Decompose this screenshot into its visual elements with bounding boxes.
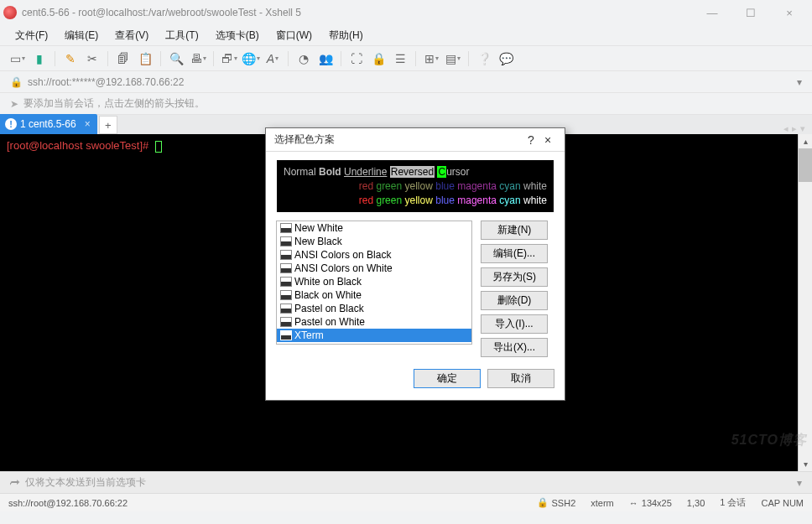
address-text[interactable]: ssh://root:******@192.168.70.66:22 — [28, 76, 184, 88]
send-icon[interactable]: ⮫ — [10, 477, 20, 489]
status-proto: SSH2 — [552, 498, 576, 508]
scheme-item-label: ANSI Colors on Black — [294, 249, 391, 261]
paste-icon[interactable]: 📋 — [136, 49, 154, 68]
status-lock-icon: 🔒 — [537, 497, 549, 508]
menu-help[interactable]: 帮助(H) — [322, 27, 370, 44]
menubar: 文件(F) 编辑(E) 查看(V) 工具(T) 选项卡(B) 窗口(W) 帮助(… — [0, 25, 812, 45]
new-session-icon[interactable]: ▭▾ — [8, 49, 27, 68]
scheme-item-label: White on Black — [294, 276, 362, 288]
copy-icon[interactable]: 🗐 — [114, 49, 133, 68]
new-tab-button[interactable]: + — [99, 116, 117, 134]
scheme-item-label: XTerm — [294, 329, 324, 341]
status-caps: CAP NUM — [761, 498, 804, 508]
properties-icon[interactable]: 🗗▾ — [220, 49, 238, 68]
send-dropdown-icon[interactable]: ▾ — [797, 477, 802, 489]
scroll-up-icon[interactable]: ▴ — [799, 134, 812, 148]
add-icon[interactable]: ▮ — [30, 49, 49, 68]
maximize-button[interactable]: ☐ — [731, 0, 770, 25]
toolbar: ▭▾ ▮ ✎ ✂ 🗐 📋 🔍 🖶▾ 🗗▾ 🌐▾ A▾ ◔ 👥 ⛶ 🔒 ☰ ⊞▾ … — [0, 45, 812, 70]
scheme-swatch-icon — [280, 263, 292, 273]
terminal-cursor — [155, 141, 162, 153]
disconnect-icon[interactable]: ✂ — [83, 49, 102, 68]
feedback-icon[interactable]: 💬 — [497, 49, 515, 68]
window-title: cent6.5-66 - root@localhost:/var/webroot… — [22, 7, 301, 18]
scheme-item-label: New White — [294, 222, 343, 234]
scheme-item[interactable]: ANSI Colors on White — [277, 262, 471, 275]
search-icon[interactable]: 🔍 — [167, 49, 185, 68]
status-sessions: 1 会话 — [720, 496, 746, 509]
terminal-prompt: [root@localhost swooleTest]# — [7, 139, 148, 152]
print-icon[interactable]: 🖶▾ — [189, 49, 207, 68]
scheme-item-label: Pastel on Black — [294, 303, 364, 314]
addtab-icon[interactable]: ⊞▾ — [422, 49, 440, 68]
hint-arrow-icon[interactable]: ➤ — [10, 98, 18, 110]
terminal-scrollbar[interactable]: ▴ ▾ — [798, 134, 812, 471]
app-icon — [3, 6, 17, 19]
scheme-item-label: Pastel on White — [294, 316, 365, 328]
status-bar: ssh://root@192.168.70.66:22 🔒SSH2 xterm … — [0, 493, 812, 511]
cancel-button[interactable]: 取消 — [487, 369, 554, 388]
scheme-item[interactable]: White on Black — [277, 275, 471, 288]
scheme-item[interactable]: New Black — [277, 235, 471, 248]
scheme-item[interactable]: Pastel on Black — [277, 302, 471, 315]
color-preview: Normal Bold Underline Reversed Cursor re… — [277, 160, 554, 212]
scheme-item-label: ANSI Colors on White — [294, 262, 393, 274]
tab-session-1[interactable]: ! 1 cent6.5-66 × — [0, 114, 97, 134]
menu-file[interactable]: 文件(F) — [8, 27, 55, 44]
delete-scheme-button[interactable]: 删除(D) — [481, 291, 548, 310]
hint-bar: ➤ 要添加当前会话，点击左侧的箭头按钮。 — [0, 92, 812, 114]
dialog-help-icon[interactable]: ? — [523, 133, 539, 147]
scheme-item[interactable]: XTerm — [277, 329, 471, 342]
edit-scheme-button[interactable]: 编辑(E)... — [481, 244, 548, 263]
tab-prev-icon[interactable]: ◂ — [783, 123, 789, 134]
status-term: xterm — [591, 498, 614, 508]
font-icon[interactable]: A▾ — [263, 49, 282, 68]
scheme-item[interactable]: New White — [277, 221, 471, 235]
menu-view[interactable]: 查看(V) — [108, 27, 155, 44]
tab-status-icon: ! — [5, 118, 17, 130]
scheme-swatch-icon — [280, 236, 292, 246]
bold-icon[interactable]: ☰ — [391, 49, 409, 68]
script-icon[interactable]: ◔ — [294, 49, 313, 68]
users-icon[interactable]: 👥 — [316, 49, 335, 68]
tab-list-icon[interactable]: ▾ — [800, 123, 805, 134]
titlebar: cent6.5-66 - root@localhost:/var/webroot… — [0, 0, 812, 25]
address-bar: 🔒 ssh://root:******@192.168.70.66:22 ▾ — [0, 70, 812, 92]
scheme-item-label: New Black — [294, 236, 342, 247]
help-icon[interactable]: ❔ — [475, 49, 493, 68]
menu-tabs[interactable]: 选项卡(B) — [209, 27, 266, 44]
menu-tools[interactable]: 工具(T) — [159, 27, 205, 44]
status-size: 134x25 — [642, 498, 672, 508]
tab-close-icon[interactable]: × — [85, 118, 91, 130]
send-label: 仅将文本发送到当前选项卡 — [25, 475, 146, 490]
reconnect-icon[interactable]: ✎ — [61, 49, 80, 68]
scheme-swatch-icon — [280, 223, 292, 233]
minimize-button[interactable]: — — [693, 0, 731, 25]
globe-icon[interactable]: 🌐▾ — [242, 49, 260, 68]
send-bar: ⮫ 仅将文本发送到当前选项卡 ▾ — [0, 471, 812, 493]
scheme-list[interactable]: New WhiteNew BlackANSI Colors on BlackAN… — [276, 220, 472, 345]
new-scheme-button[interactable]: 新建(N) — [481, 220, 548, 240]
scroll-down-icon[interactable]: ▾ — [799, 457, 812, 471]
tab-label: 1 cent6.5-66 — [20, 118, 76, 130]
lock-icon[interactable]: 🔒 — [369, 49, 388, 68]
export-scheme-button[interactable]: 导出(X)... — [481, 338, 548, 357]
layout-icon[interactable]: ▤▾ — [444, 49, 462, 68]
scheme-item[interactable]: ANSI Colors on Black — [277, 248, 471, 262]
close-window-button[interactable]: × — [770, 0, 809, 25]
scheme-item[interactable]: Black on White — [277, 288, 471, 302]
dialog-titlebar[interactable]: 选择配色方案 ? × — [266, 128, 565, 152]
address-dropdown-icon[interactable]: ▾ — [797, 76, 802, 88]
fullscreen-icon[interactable]: ⛶ — [347, 49, 366, 68]
scheme-item[interactable]: Pastel on White — [277, 315, 471, 329]
scheme-swatch-icon — [280, 304, 292, 314]
scheme-swatch-icon — [280, 330, 292, 340]
import-scheme-button[interactable]: 导入(I)... — [481, 314, 548, 334]
saveas-scheme-button[interactable]: 另存为(S) — [481, 267, 548, 287]
menu-edit[interactable]: 编辑(E) — [58, 27, 105, 44]
ok-button[interactable]: 确定 — [414, 369, 481, 388]
dialog-close-icon[interactable]: × — [539, 133, 556, 147]
menu-window[interactable]: 窗口(W) — [269, 27, 319, 44]
watermark: 51CTO博客 — [731, 432, 807, 449]
tab-next-icon[interactable]: ▸ — [792, 123, 797, 134]
